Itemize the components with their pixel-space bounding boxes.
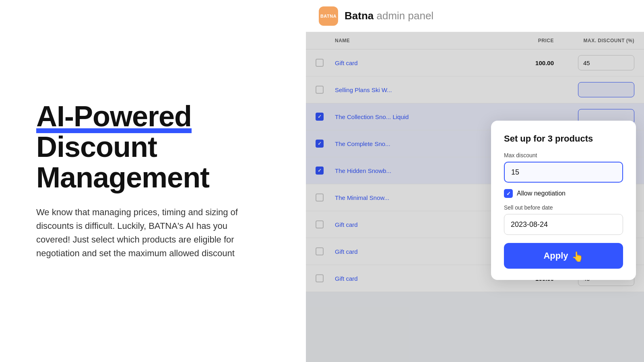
logo-badge: BATNA bbox=[319, 6, 338, 26]
allow-negotiation-row: Allow negotiation bbox=[504, 189, 623, 198]
left-panel: AI-Powered Discount Management We know t… bbox=[0, 0, 306, 362]
body-text: We know that managing prices, timing and… bbox=[36, 206, 262, 260]
heading-line1: AI-Powered bbox=[36, 100, 192, 133]
header-title: Batna admin panel bbox=[345, 10, 433, 22]
allow-negotiation-checkbox[interactable] bbox=[504, 189, 513, 198]
main-heading: AI-Powered Discount Management bbox=[36, 101, 270, 193]
sell-out-date-input[interactable] bbox=[504, 214, 623, 235]
modal: Set up for 3 products Max discount Allow… bbox=[491, 121, 636, 280]
table-area: NAME PRICE MAX. DISCOUNT (%) Gift card 1… bbox=[306, 32, 644, 362]
max-discount-label: Max discount bbox=[504, 152, 623, 158]
admin-header: BATNA Batna admin panel bbox=[306, 0, 644, 32]
modal-title: Set up for 3 products bbox=[504, 134, 623, 144]
header-brand: Batna bbox=[345, 10, 374, 22]
right-panel: BATNA Batna admin panel NAME PRICE MAX. … bbox=[306, 0, 644, 362]
sell-out-label: Sell out before date bbox=[504, 204, 623, 211]
max-discount-input[interactable] bbox=[504, 162, 623, 183]
header-rest: admin panel bbox=[374, 10, 433, 22]
heading-line3: Management bbox=[36, 161, 209, 193]
allow-negotiation-label: Allow negotiation bbox=[517, 190, 566, 197]
modal-overlay: Set up for 3 products Max discount Allow… bbox=[306, 32, 644, 362]
apply-button[interactable]: Apply 👆 bbox=[504, 243, 623, 269]
apply-button-label: Apply bbox=[543, 251, 568, 261]
cursor-hand-icon: 👆 bbox=[572, 251, 584, 262]
heading-line2: Discount bbox=[36, 131, 157, 163]
